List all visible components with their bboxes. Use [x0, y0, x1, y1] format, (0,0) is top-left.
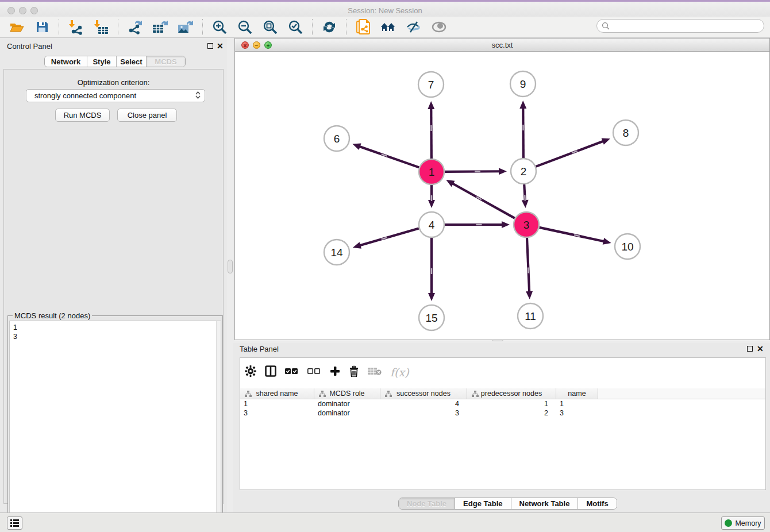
zoom-selected-icon[interactable] [287, 18, 304, 36]
column-header-successor-nodes[interactable]: successor nodes [380, 388, 467, 399]
node-label-6: 6 [334, 133, 340, 145]
table-panel-title: Table Panel [240, 345, 279, 353]
open-session-icon[interactable] [8, 18, 25, 36]
scrollbar[interactable] [216, 321, 221, 532]
node-label-10: 10 [621, 241, 633, 253]
network-view-window: × − + scc.txt 7968124314101511 [234, 38, 770, 340]
mcds-result-text[interactable]: 13 [9, 321, 221, 532]
zoom-in-icon[interactable] [211, 18, 228, 36]
export-table-icon[interactable] [152, 18, 169, 36]
table-cell: 3 [380, 408, 467, 418]
arrowhead-icon [353, 242, 361, 249]
column-header-shared-name[interactable]: shared name [240, 388, 314, 399]
hierarchy-icon [385, 391, 392, 399]
arrowhead-icon [519, 101, 526, 109]
chevron-up-down-icon [195, 91, 201, 99]
arrowhead-icon [526, 291, 533, 299]
network-canvas[interactable]: 7968124314101511 [235, 52, 769, 340]
edge-4-14[interactable] [358, 228, 418, 246]
edge-1-6[interactable] [358, 146, 419, 167]
node-table[interactable]: shared nameMCDS rolesuccessor nodesprede… [240, 388, 765, 418]
delete-column-icon[interactable] [349, 365, 359, 379]
node-label-9: 9 [520, 78, 526, 90]
edge-label-hint [572, 151, 577, 153]
memory-button[interactable]: Memory [721, 516, 765, 530]
zoom-out-icon[interactable] [236, 18, 253, 36]
table-close-icon[interactable]: ✕ [757, 344, 764, 353]
run-mcds-button[interactable]: Run MCDS [55, 109, 110, 122]
search-field[interactable] [596, 19, 764, 33]
zoom-fit-icon[interactable] [261, 18, 279, 36]
save-session-icon[interactable] [33, 18, 51, 36]
search-icon [602, 22, 610, 30]
column-chooser-icon[interactable] [265, 365, 276, 379]
table-panel: Table Panel ✕ f(x) [233, 343, 770, 512]
edge-3-11[interactable] [527, 238, 529, 294]
search-input[interactable] [612, 22, 756, 30]
node-label-8: 8 [623, 127, 629, 139]
table-cell: 3 [556, 408, 598, 418]
window-titlebar: Session: New Session [0, 0, 770, 17]
tab-network-table[interactable]: Network Table [511, 498, 579, 509]
function-builder-icon: f(x) [390, 366, 409, 379]
tab-select[interactable]: Select [117, 56, 147, 67]
table-row[interactable]: 1dominator411 [240, 399, 765, 408]
table-row[interactable]: 3dominator323 [240, 408, 765, 418]
show-all-icon[interactable] [430, 18, 448, 36]
select-all-icon[interactable] [285, 367, 299, 377]
export-image-icon[interactable] [177, 18, 194, 36]
deselect-all-icon[interactable] [307, 367, 321, 377]
close-panel-icon[interactable]: ✕ [217, 41, 224, 51]
duplicate-network-icon[interactable] [355, 18, 372, 36]
splitter-handle-vertical[interactable] [228, 260, 233, 273]
node-label-4: 4 [429, 219, 435, 231]
add-column-icon[interactable] [330, 366, 340, 379]
edge-2-9[interactable] [523, 106, 523, 158]
arrowhead-icon [602, 138, 610, 145]
first-neighbors-icon[interactable] [380, 18, 397, 36]
edge-3-1[interactable] [451, 183, 515, 218]
settings-gear-icon[interactable] [245, 365, 256, 379]
tab-mcds[interactable]: MCDS [147, 56, 185, 67]
refresh-icon[interactable] [321, 18, 338, 36]
tab-node-table[interactable]: Node Table [399, 498, 455, 509]
arrowhead-icon [499, 168, 507, 175]
tab-style[interactable]: Style [87, 56, 117, 67]
close-panel-button[interactable]: Close panel [117, 109, 177, 122]
mcds-panel: Optimization criterion: strongly connect… [3, 69, 224, 504]
network-window-titlebar[interactable]: × − + scc.txt [235, 38, 769, 52]
criterion-select[interactable]: strongly connected component [26, 89, 205, 102]
edge-2-8[interactable] [536, 141, 605, 167]
table-header-row[interactable]: shared nameMCDS rolesuccessor nodesprede… [240, 388, 765, 399]
column-header-filler [598, 388, 765, 399]
node-label-14: 14 [330, 246, 343, 259]
float-window-icon[interactable] [207, 43, 213, 49]
status-bar: Memory [0, 512, 770, 532]
hide-selected-icon[interactable] [405, 18, 422, 36]
column-header-predecessor-nodes[interactable]: predecessor nodes [467, 388, 556, 399]
table-float-icon[interactable] [747, 346, 753, 352]
table-cell: 1 [240, 399, 314, 408]
arrowhead-icon [428, 101, 434, 109]
node-label-15: 15 [425, 312, 437, 324]
control-panel: Control Panel ✕ NetworkStyleSelectMCDS O… [0, 38, 227, 512]
arrowhead-icon [352, 144, 361, 150]
task-history-button[interactable] [7, 516, 22, 530]
tab-network[interactable]: Network [45, 56, 87, 67]
edge-3-10[interactable] [539, 228, 605, 242]
table-cell: dominator [314, 408, 380, 418]
tab-edge-table[interactable]: Edge Table [455, 498, 511, 509]
export-network-icon[interactable] [126, 18, 144, 36]
table-cell: 2 [467, 408, 556, 418]
import-network-icon[interactable] [67, 18, 84, 36]
column-header-MCDS-role[interactable]: MCDS role [314, 388, 380, 399]
edge-1-2[interactable] [445, 171, 501, 172]
mcds-result-title: MCDS result (2 nodes) [13, 311, 92, 320]
session-title: Session: New Session [0, 2, 770, 18]
tab-motifs[interactable]: Motifs [578, 498, 616, 509]
node-label-7: 7 [428, 79, 434, 91]
edge-1-7[interactable] [431, 107, 432, 159]
import-table-icon[interactable] [93, 18, 110, 36]
column-header-name[interactable]: name [556, 388, 598, 399]
memory-label: Memory [735, 519, 761, 527]
